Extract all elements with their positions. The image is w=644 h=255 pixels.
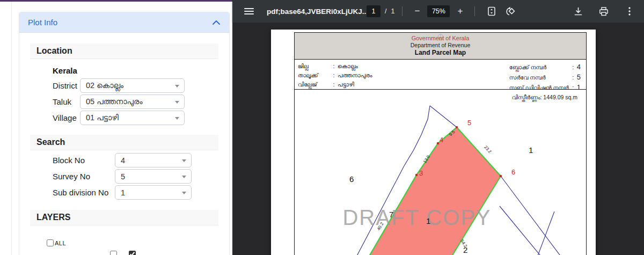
vertex-label-5: 5 bbox=[467, 119, 471, 127]
edge-length-56: 23.2 bbox=[483, 145, 493, 155]
document-title: Land Parcel Map bbox=[295, 49, 586, 57]
print-icon[interactable] bbox=[596, 4, 611, 19]
layer-partial-row bbox=[110, 251, 218, 255]
pdf-toolbar: pdf;base64,JVBERi0xLjUKJ... 1 / 1 − 75% … bbox=[232, 0, 644, 23]
survey-no-label: Survey No bbox=[53, 172, 115, 181]
chevron-down-icon bbox=[182, 159, 186, 162]
chevron-up-icon[interactable] bbox=[212, 20, 221, 25]
fit-to-page-icon[interactable] bbox=[484, 4, 499, 19]
zoom-level-input[interactable]: 75% bbox=[427, 5, 450, 17]
village-row: Village 01 പട്ടാഴി bbox=[53, 111, 218, 125]
district-label: District bbox=[53, 81, 80, 90]
info-row-survey: സർവേ നമ്പർ : 5 bbox=[509, 73, 581, 81]
info-row-village: വില്ലേജ് : പട്ടാഴി bbox=[298, 81, 372, 88]
info-row-district: ജില്ല : കൊല്ലം bbox=[298, 63, 372, 70]
page-divider: / bbox=[385, 8, 386, 15]
location-section-header: Location bbox=[30, 43, 218, 59]
chevron-down-icon bbox=[182, 176, 186, 178]
colon: : bbox=[330, 72, 338, 78]
vertex-label-3: 3 bbox=[419, 169, 423, 177]
block-no-value: 4 bbox=[121, 156, 125, 165]
info-row-block: ബ്ലോക്ക് നമ്പർ : 4 bbox=[509, 63, 581, 71]
plot-info-title: Plot Info bbox=[28, 18, 57, 27]
subdivision-no-select[interactable]: 1 bbox=[115, 185, 192, 200]
area-label: വിസ്തീർണ്ണം: 1449.09 sq.m bbox=[512, 94, 578, 102]
department-line: Department of Revenue bbox=[295, 42, 586, 49]
layer-all-row: ALL bbox=[47, 239, 218, 246]
draft-copy-watermark: DRAFT COPY bbox=[342, 206, 491, 229]
layer-checkbox-checked[interactable] bbox=[129, 251, 136, 255]
parcel-label-2: 2 bbox=[463, 245, 467, 254]
vertex-label-4: 4 bbox=[440, 136, 443, 144]
village-label: Village bbox=[53, 113, 80, 122]
plot-info-header[interactable]: Plot Info bbox=[19, 12, 229, 33]
info-label: സർവേ നമ്പർ bbox=[509, 74, 569, 81]
district-value: 02 കൊല്ലം bbox=[86, 81, 123, 90]
subdivision-no-value: 1 bbox=[121, 188, 125, 197]
info-label: ജില്ല bbox=[298, 63, 330, 70]
parcel-label-7: 7 bbox=[389, 210, 393, 219]
download-icon[interactable] bbox=[570, 4, 586, 19]
page-number-input[interactable]: 1 bbox=[367, 5, 380, 17]
info-label: വില്ലേജ് bbox=[298, 81, 330, 88]
subdivision-no-row: Sub division No 1 bbox=[53, 185, 218, 200]
state-label: Kerala bbox=[53, 66, 218, 75]
district-select[interactable]: 02 കൊല്ലം bbox=[80, 78, 185, 93]
village-select[interactable]: 01 പട്ടാഴി bbox=[80, 111, 185, 125]
parcel-label-1-right: 1 bbox=[529, 145, 533, 155]
government-line: Government of Kerala bbox=[295, 34, 586, 42]
screen: Plot Info Location Kerala District 02 കൊ… bbox=[0, 0, 644, 255]
selected-plot-polygon[interactable] bbox=[358, 127, 501, 255]
pdf-page: Government of Kerala Department of Reven… bbox=[271, 30, 596, 255]
parcel-label-1-center: 1 bbox=[426, 216, 430, 225]
vertex-label-6: 6 bbox=[511, 168, 515, 176]
zoom-level: 75% bbox=[432, 8, 445, 15]
taluk-select[interactable]: 05 പത്തനാപുരം bbox=[80, 94, 185, 109]
panel-divider bbox=[11, 2, 12, 255]
plot-info-panel: Plot Info Location Kerala District 02 കൊ… bbox=[0, 0, 232, 255]
search-section-header: Search bbox=[30, 135, 218, 150]
chevron-down-icon bbox=[175, 117, 179, 120]
toolbar-separator bbox=[474, 6, 475, 16]
info-label: താലൂക്ക് bbox=[298, 72, 330, 79]
layers-title: LAYERS bbox=[36, 213, 70, 222]
parcel-map-svg: വിസ്തീർണ്ണം: 1449.09 sq.m bbox=[295, 90, 586, 255]
colon: : bbox=[569, 74, 577, 81]
taluk-value: 05 പത്തനാപുരം bbox=[86, 97, 142, 106]
info-row-taluk: താലൂക്ക് : പത്തനാപുരം bbox=[298, 72, 372, 79]
layer-checkbox[interactable] bbox=[110, 251, 117, 255]
chevron-down-icon bbox=[182, 192, 186, 194]
block-no-row: Block No 4 bbox=[53, 153, 218, 167]
page-current: 1 bbox=[372, 8, 376, 15]
info-value: 5 bbox=[577, 73, 581, 81]
chevron-down-icon bbox=[175, 85, 179, 88]
parcel-label-6: 6 bbox=[349, 174, 354, 184]
menu-icon[interactable] bbox=[244, 6, 254, 16]
taluk-label: Taluk bbox=[53, 97, 80, 106]
chevron-down-icon bbox=[175, 101, 179, 104]
layer-all-checkbox[interactable] bbox=[47, 239, 54, 246]
pdf-viewer: pdf;base64,JVBERi0xLjUKJ... 1 / 1 − 75% … bbox=[232, 0, 644, 255]
survey-no-value: 5 bbox=[121, 172, 125, 181]
taluk-row: Taluk 05 പത്തനാപുരം bbox=[53, 94, 218, 109]
survey-no-select[interactable]: 5 bbox=[115, 169, 192, 184]
toolbar-separator bbox=[402, 6, 402, 16]
colon: : bbox=[569, 64, 577, 70]
page-total: 1 bbox=[391, 8, 394, 15]
land-parcel-map: വിസ്തീർണ്ണം: 1449.09 sq.m bbox=[294, 89, 587, 255]
layer-all-label: ALL bbox=[55, 240, 66, 246]
pdf-content-area[interactable]: Government of Kerala Department of Reven… bbox=[232, 23, 644, 255]
top-accent-bar bbox=[0, 0, 232, 2]
info-value: 4 bbox=[577, 63, 581, 71]
colon: : bbox=[330, 81, 338, 88]
search-title: Search bbox=[36, 137, 65, 147]
zoom-in-button[interactable]: + bbox=[453, 4, 467, 18]
info-value: കൊല്ലം bbox=[338, 63, 358, 70]
rotate-icon[interactable] bbox=[502, 4, 517, 19]
village-value: 01 പട്ടാഴി bbox=[86, 113, 119, 122]
subdivision-no-label: Sub division No bbox=[53, 188, 115, 197]
block-no-select[interactable]: 4 bbox=[115, 153, 192, 167]
plot-info-card: Plot Info Location Kerala District 02 കൊ… bbox=[19, 12, 230, 255]
more-options-icon[interactable] bbox=[622, 4, 637, 19]
zoom-out-button[interactable]: − bbox=[410, 4, 424, 18]
